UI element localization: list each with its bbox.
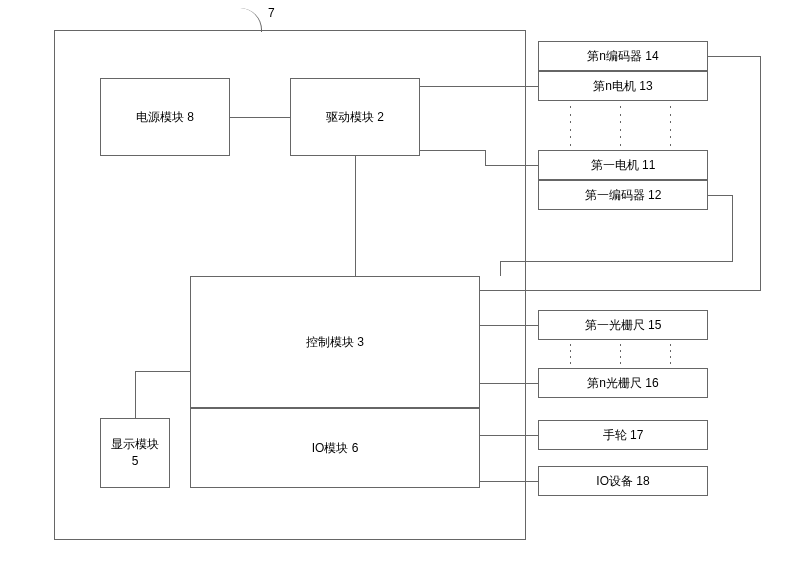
scale-n-label: 第n光栅尺 16	[587, 375, 658, 392]
dots-motor-gap-1	[570, 106, 571, 146]
drive-module-label: 驱动模块 2	[326, 109, 384, 126]
line-encn-in	[480, 290, 761, 291]
encoder-1: 第一编码器 12	[538, 180, 708, 210]
encoder-n: 第n编码器 14	[538, 41, 708, 71]
line-drive-motor-n	[420, 86, 538, 87]
io-module-label: IO模块 6	[312, 440, 359, 457]
line-encn-out	[708, 56, 760, 57]
line-enc1-into	[500, 261, 501, 276]
line-encn-down	[760, 56, 761, 290]
dots-scale-gap-2	[620, 344, 621, 364]
scale-1: 第一光栅尺 15	[538, 310, 708, 340]
diagram-canvas: 7 电源模块 8 驱动模块 2 控制模块 3 IO模块 6 显示模块 5 第n编…	[0, 0, 800, 573]
drive-module: 驱动模块 2	[290, 78, 420, 156]
io-device-label: IO设备 18	[596, 473, 649, 490]
line-drive-control	[355, 156, 356, 276]
handwheel-label: 手轮 17	[603, 427, 644, 444]
power-module-label: 电源模块 8	[136, 109, 194, 126]
dots-motor-gap-2	[620, 106, 621, 146]
motor-n-label: 第n电机 13	[593, 78, 652, 95]
control-module: 控制模块 3	[190, 276, 480, 408]
dots-scale-gap-3	[670, 344, 671, 364]
line-drive-motor-1-v	[485, 150, 486, 165]
display-module: 显示模块 5	[100, 418, 170, 488]
encoder-n-label: 第n编码器 14	[587, 48, 658, 65]
dots-motor-gap-3	[670, 106, 671, 146]
line-power-drive	[230, 117, 290, 118]
display-module-label: 显示模块 5	[111, 436, 159, 470]
line-control-scalen	[480, 383, 538, 384]
line-display-control-v	[135, 371, 136, 418]
scale-1-label: 第一光栅尺 15	[585, 317, 662, 334]
line-display-control-h	[135, 371, 190, 372]
line-enc1-out	[708, 195, 732, 196]
line-io-device	[480, 481, 538, 482]
line-drive-motor-1-h2	[485, 165, 538, 166]
io-device: IO设备 18	[538, 466, 708, 496]
line-io-handwheel	[480, 435, 538, 436]
control-module-label: 控制模块 3	[306, 334, 364, 351]
line-control-scale1	[480, 325, 538, 326]
leader-label: 7	[268, 6, 275, 20]
line-enc1-down	[732, 195, 733, 261]
dots-scale-gap-1	[570, 344, 571, 364]
encoder-1-label: 第一编码器 12	[585, 187, 662, 204]
scale-n: 第n光栅尺 16	[538, 368, 708, 398]
motor-n: 第n电机 13	[538, 71, 708, 101]
handwheel: 手轮 17	[538, 420, 708, 450]
motor-1: 第一电机 11	[538, 150, 708, 180]
motor-1-label: 第一电机 11	[591, 157, 656, 174]
io-module: IO模块 6	[190, 408, 480, 488]
line-drive-motor-1	[420, 150, 485, 151]
line-enc1-mid	[500, 261, 733, 262]
leader-arc	[240, 8, 262, 32]
power-module: 电源模块 8	[100, 78, 230, 156]
